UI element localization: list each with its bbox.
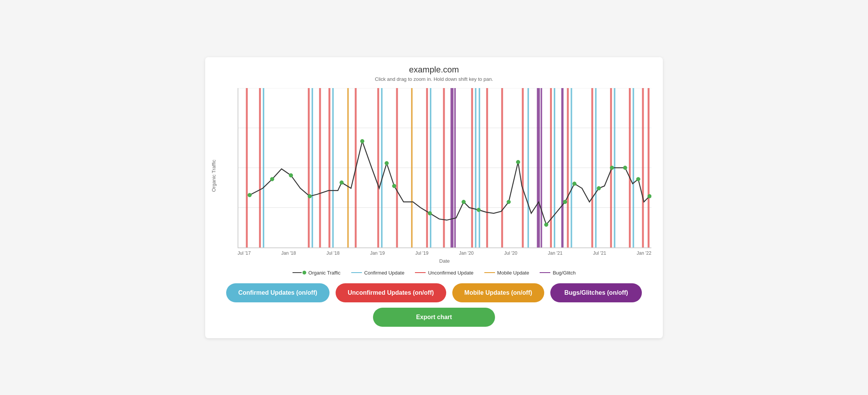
- svg-point-56: [385, 161, 389, 165]
- legend-line-confirmed: [351, 272, 362, 273]
- svg-rect-20: [486, 88, 488, 247]
- legend-label-organic: Organic Traffic: [309, 270, 341, 276]
- chart-title: example.com: [217, 65, 651, 75]
- svg-rect-40: [595, 88, 596, 247]
- svg-point-51: [270, 177, 274, 181]
- x-label: Jul '20: [504, 250, 517, 256]
- svg-rect-28: [642, 88, 644, 247]
- svg-rect-47: [537, 88, 540, 247]
- svg-rect-12: [319, 88, 321, 247]
- svg-point-65: [572, 181, 576, 185]
- x-label: Jul '19: [415, 250, 428, 256]
- svg-rect-33: [381, 88, 383, 247]
- chart-area[interactable]: 8000 6000 4000 2000 0: [238, 88, 651, 248]
- svg-point-62: [516, 160, 520, 164]
- svg-rect-30: [263, 88, 264, 247]
- svg-rect-39: [571, 88, 572, 247]
- svg-rect-32: [332, 88, 334, 247]
- x-label: Jul '17: [238, 250, 251, 256]
- unconfirmed-updates-toggle[interactable]: Unconfirmed Updates (on/off): [336, 283, 446, 302]
- svg-rect-35: [475, 88, 476, 247]
- x-label: Jan '22: [637, 250, 651, 256]
- legend-bug: Bug/Glitch: [540, 270, 575, 276]
- bugs-glitches-toggle[interactable]: Bugs/Glitches (on/off): [550, 283, 642, 302]
- y-axis-label: Organic Traffic: [211, 160, 217, 192]
- svg-rect-48: [541, 88, 542, 247]
- svg-rect-23: [550, 88, 552, 247]
- main-container: example.com Click and drag to zoom in. H…: [205, 57, 663, 338]
- legend-line-organic: [293, 272, 302, 273]
- x-label: Jan '21: [548, 250, 563, 256]
- svg-rect-34: [430, 88, 431, 247]
- legend-label-mobile: Mobile Update: [497, 270, 529, 276]
- x-label: Jan '18: [281, 250, 296, 256]
- svg-rect-10: [259, 88, 261, 247]
- legend-organic-traffic: Organic Traffic: [293, 270, 341, 276]
- x-label: Jul '18: [326, 250, 339, 256]
- svg-rect-9: [246, 88, 248, 247]
- chart-subtitle: Click and drag to zoom in. Hold down shi…: [217, 76, 651, 82]
- svg-point-66: [597, 186, 601, 190]
- confirmed-updates-toggle[interactable]: Confirmed Updates (on/off): [226, 283, 330, 302]
- svg-point-68: [623, 166, 627, 170]
- svg-rect-45: [450, 88, 453, 247]
- legend-line-bug: [540, 272, 550, 273]
- legend-mobile: Mobile Update: [484, 270, 529, 276]
- chart-wrapper: Organic Traffic 8000 6000 4000 2000 0: [217, 88, 651, 264]
- svg-rect-29: [648, 88, 649, 247]
- legend-label-bug: Bug/Glitch: [553, 270, 575, 276]
- legend-label-unconfirmed: Unconfirmed Update: [428, 270, 473, 276]
- x-label: Jul '21: [593, 250, 606, 256]
- svg-rect-15: [377, 88, 379, 247]
- svg-point-53: [308, 194, 312, 198]
- mobile-updates-toggle[interactable]: Mobile Updates (on/off): [452, 283, 545, 302]
- svg-point-57: [392, 184, 396, 188]
- legend-dot-organic: [302, 271, 306, 275]
- svg-rect-37: [527, 88, 529, 247]
- svg-point-70: [648, 194, 651, 198]
- legend-label-confirmed: Confirmed Update: [364, 270, 405, 276]
- svg-rect-13: [328, 88, 330, 247]
- svg-rect-46: [454, 88, 456, 247]
- x-label: Jan '19: [370, 250, 385, 256]
- svg-rect-16: [396, 88, 398, 247]
- svg-point-50: [248, 193, 252, 197]
- svg-point-63: [544, 223, 548, 226]
- svg-rect-25: [591, 88, 593, 247]
- svg-rect-18: [443, 88, 445, 247]
- svg-point-59: [462, 200, 466, 204]
- svg-point-54: [340, 180, 344, 184]
- svg-point-58: [428, 211, 432, 215]
- svg-rect-11: [308, 88, 310, 247]
- svg-point-61: [507, 200, 511, 204]
- svg-rect-38: [554, 88, 555, 247]
- legend-confirmed: Confirmed Update: [351, 270, 405, 276]
- svg-point-67: [610, 166, 614, 170]
- legend-unconfirmed: Unconfirmed Update: [415, 270, 473, 276]
- svg-rect-43: [347, 88, 349, 247]
- svg-rect-49: [561, 88, 564, 247]
- x-label: Jan '20: [459, 250, 474, 256]
- svg-rect-22: [522, 88, 524, 247]
- svg-point-60: [477, 208, 481, 212]
- export-row: Export chart: [217, 308, 651, 327]
- chart-legend: Organic Traffic Confirmed Update Unconfi…: [217, 270, 651, 276]
- svg-point-64: [563, 200, 567, 204]
- svg-rect-42: [633, 88, 634, 247]
- svg-point-55: [360, 139, 364, 143]
- toggle-buttons-row: Confirmed Updates (on/off) Unconfirmed U…: [217, 283, 651, 302]
- svg-rect-21: [501, 88, 503, 247]
- svg-point-69: [637, 177, 640, 181]
- x-axis-label: Date: [238, 258, 651, 264]
- svg-point-52: [289, 173, 293, 177]
- x-labels: Jul '17 Jan '18 Jul '18 Jan '19 Jul '19 …: [238, 248, 651, 257]
- export-chart-button[interactable]: Export chart: [373, 308, 495, 327]
- svg-rect-24: [567, 88, 569, 247]
- legend-line-unconfirmed: [415, 272, 426, 273]
- svg-rect-44: [411, 88, 413, 247]
- legend-line-mobile: [484, 272, 495, 273]
- svg-rect-17: [426, 88, 428, 247]
- svg-rect-36: [479, 88, 480, 247]
- svg-rect-31: [312, 88, 313, 247]
- svg-rect-19: [471, 88, 473, 247]
